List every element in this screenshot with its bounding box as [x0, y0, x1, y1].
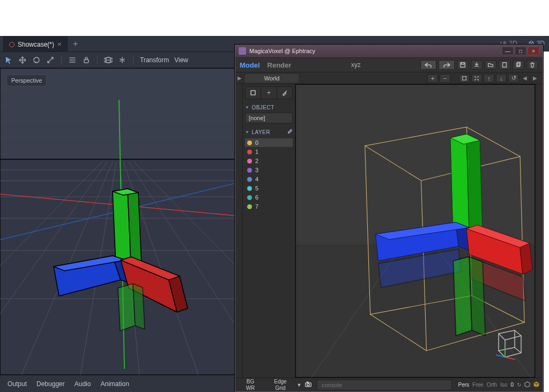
svg-marker-49	[466, 134, 483, 238]
bottom-dock: Output Debugger Audio Animation	[0, 375, 235, 392]
mode-tab-render[interactable]: Render	[268, 61, 292, 69]
svg-point-65	[307, 383, 309, 386]
export-button[interactable]	[471, 60, 483, 70]
layer-row[interactable]: 0	[245, 138, 293, 147]
panel-collapse-left[interactable]: ▶	[235, 75, 244, 81]
view-menu[interactable]: View	[174, 56, 188, 64]
rename-layer-icon[interactable]	[287, 129, 293, 135]
viewport-3d[interactable]: Perspective	[0, 68, 235, 375]
window-titlebar[interactable]: MagicaVoxel @ Ephtracy — □ ×	[235, 45, 543, 58]
arrow-down-icon[interactable]: ↓	[496, 74, 507, 83]
scene-tab[interactable]: Showcase(*) ×	[3, 36, 68, 51]
proj-orth[interactable]: Orth	[487, 382, 497, 388]
layer-row[interactable]: 1	[245, 147, 293, 156]
tool-frame[interactable]	[246, 87, 261, 99]
move-icon[interactable]	[18, 56, 27, 64]
world-label[interactable]: World	[245, 74, 299, 83]
object-none[interactable]: [none]	[245, 113, 293, 123]
tool-pick[interactable]	[277, 87, 292, 99]
mode-tab-model[interactable]: Model	[240, 61, 260, 69]
svg-marker-60	[469, 256, 485, 336]
mv-viewport[interactable]	[295, 84, 535, 378]
undo-button[interactable]	[420, 60, 436, 70]
lock-icon[interactable]	[82, 56, 91, 64]
orientation-cube[interactable]	[489, 324, 526, 361]
environment-icon[interactable]	[104, 56, 113, 64]
tool-row: +	[245, 86, 293, 99]
scale-icon[interactable]	[46, 56, 55, 64]
layer-color-dot	[247, 204, 252, 209]
layer-row[interactable]: 4	[245, 175, 293, 183]
section-object-header[interactable]: ▼OBJECT	[245, 105, 293, 110]
toggle-wr[interactable]: WR	[235, 385, 265, 391]
redo-button[interactable]	[439, 60, 455, 70]
debugger-tab[interactable]: Debugger	[36, 380, 65, 388]
layer-index: 2	[255, 158, 258, 164]
mv-topbar: Model Render xyz	[235, 58, 543, 72]
add-object-button[interactable]: +	[427, 74, 438, 83]
panel-collapse-right-b[interactable]: ▶	[531, 75, 539, 81]
proj-pers[interactable]: Pers	[458, 382, 470, 388]
minimize-button[interactable]: —	[502, 47, 514, 55]
section-layer-header[interactable]: ▼LAYER	[245, 129, 293, 135]
file-label: xyz	[351, 61, 361, 69]
toggle-edge[interactable]: Edge	[265, 379, 295, 385]
spatial-toolbar: Transform View	[0, 52, 235, 68]
toggle-grid[interactable]: Grid	[265, 385, 295, 391]
layer-row[interactable]: 2	[245, 157, 293, 165]
fit-small-icon[interactable]	[459, 74, 470, 83]
projection-badge[interactable]: Perspective	[6, 75, 47, 86]
layer-index: 0	[255, 139, 258, 146]
rotate-ccw-icon[interactable]: ↺	[508, 74, 519, 83]
new-button[interactable]	[499, 60, 510, 70]
layer-index: 1	[255, 149, 258, 155]
rotate-icon[interactable]	[32, 56, 41, 64]
console-input[interactable]	[317, 380, 452, 390]
list-icon[interactable]	[68, 56, 77, 64]
animation-tab[interactable]: Animation	[100, 380, 129, 388]
cursor-icon[interactable]	[4, 56, 13, 64]
left-rail	[235, 84, 243, 378]
remove-object-button[interactable]: −	[440, 74, 450, 83]
proj-iso[interactable]: Iso	[500, 382, 507, 388]
folder-button[interactable]	[485, 60, 496, 70]
snap-icon[interactable]	[524, 381, 530, 388]
save-button[interactable]	[457, 60, 469, 70]
gizmo-icon[interactable]	[118, 56, 127, 64]
recenter-icon[interactable]: ↻	[517, 382, 521, 388]
output-tab[interactable]: Output	[8, 380, 27, 388]
copy-button[interactable]	[513, 60, 524, 70]
delete-button[interactable]	[526, 60, 538, 70]
svg-rect-66	[307, 382, 308, 383]
layer-color-dot	[247, 195, 252, 200]
cube-view-icon[interactable]	[533, 381, 539, 388]
layer-row[interactable]: 3	[245, 166, 293, 174]
arrow-up-icon[interactable]: ↑	[484, 74, 494, 83]
layer-row[interactable]: 5	[245, 184, 293, 193]
audio-tab[interactable]: Audio	[75, 380, 91, 388]
svg-rect-41	[517, 62, 520, 66]
toggle-bg[interactable]: BG	[235, 379, 265, 385]
svg-rect-42	[251, 91, 255, 95]
transform-menu[interactable]: Transform	[140, 56, 169, 64]
fit-large-icon[interactable]	[471, 74, 482, 83]
maximize-button[interactable]: □	[515, 47, 526, 55]
layer-row[interactable]: 7	[245, 202, 293, 211]
magicavoxel-window: MagicaVoxel @ Ephtracy — □ × Model Rende…	[235, 45, 543, 392]
window-title: MagicaVoxel @ Ephtracy	[249, 48, 315, 54]
zoom-value: 0	[510, 382, 514, 388]
svg-rect-40	[517, 63, 520, 67]
panel-collapse-right-a[interactable]: ◀	[521, 75, 529, 81]
layer-index: 4	[255, 176, 258, 182]
svg-rect-39	[503, 63, 507, 68]
tool-add[interactable]: +	[261, 87, 277, 99]
close-icon[interactable]: ×	[57, 40, 62, 48]
camera-icon[interactable]	[303, 381, 314, 389]
layer-color-dot	[247, 140, 252, 145]
layer-row[interactable]: 6	[245, 193, 293, 202]
scene-tabstrip: Showcase(*) × +	[0, 36, 235, 52]
close-button[interactable]: ×	[528, 47, 539, 55]
proj-free[interactable]: Free	[472, 382, 484, 388]
dropup-icon[interactable]: ▼	[295, 382, 303, 388]
add-tab-button[interactable]: +	[70, 38, 81, 50]
